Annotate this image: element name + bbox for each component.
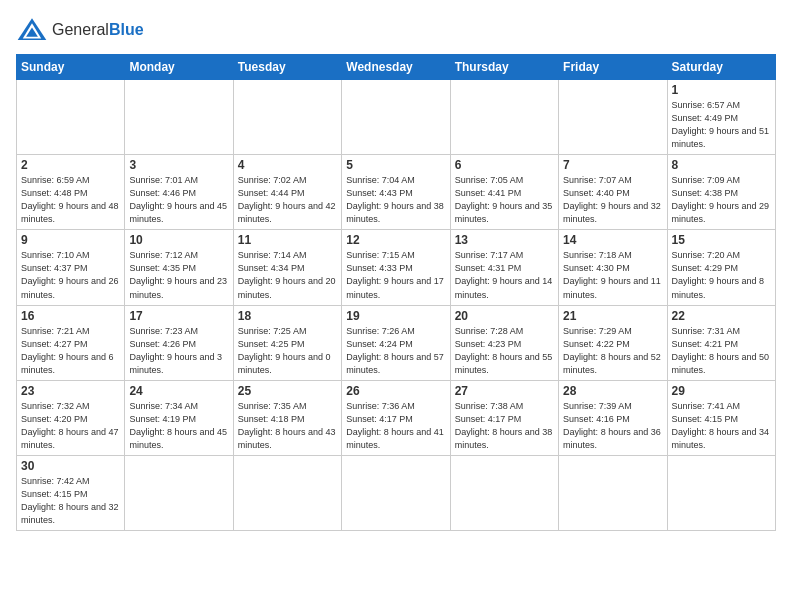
weekday-header-wednesday: Wednesday xyxy=(342,55,450,80)
day-cell: 8Sunrise: 7:09 AM Sunset: 4:38 PM Daylig… xyxy=(667,155,775,230)
day-cell: 22Sunrise: 7:31 AM Sunset: 4:21 PM Dayli… xyxy=(667,305,775,380)
day-info: Sunrise: 7:18 AM Sunset: 4:30 PM Dayligh… xyxy=(563,249,662,301)
day-cell: 9Sunrise: 7:10 AM Sunset: 4:37 PM Daylig… xyxy=(17,230,125,305)
day-number: 13 xyxy=(455,233,554,247)
day-number: 1 xyxy=(672,83,771,97)
day-number: 24 xyxy=(129,384,228,398)
day-cell: 20Sunrise: 7:28 AM Sunset: 4:23 PM Dayli… xyxy=(450,305,558,380)
day-cell xyxy=(125,80,233,155)
day-info: Sunrise: 7:15 AM Sunset: 4:33 PM Dayligh… xyxy=(346,249,445,301)
day-number: 21 xyxy=(563,309,662,323)
day-cell: 14Sunrise: 7:18 AM Sunset: 4:30 PM Dayli… xyxy=(559,230,667,305)
day-cell xyxy=(559,80,667,155)
week-row-1: 1Sunrise: 6:57 AM Sunset: 4:49 PM Daylig… xyxy=(17,80,776,155)
weekday-header-saturday: Saturday xyxy=(667,55,775,80)
weekday-header-tuesday: Tuesday xyxy=(233,55,341,80)
day-info: Sunrise: 7:39 AM Sunset: 4:16 PM Dayligh… xyxy=(563,400,662,452)
page: GeneralBlue SundayMondayTuesdayWednesday… xyxy=(0,0,792,612)
day-info: Sunrise: 7:35 AM Sunset: 4:18 PM Dayligh… xyxy=(238,400,337,452)
weekday-header-sunday: Sunday xyxy=(17,55,125,80)
day-info: Sunrise: 7:32 AM Sunset: 4:20 PM Dayligh… xyxy=(21,400,120,452)
day-cell: 7Sunrise: 7:07 AM Sunset: 4:40 PM Daylig… xyxy=(559,155,667,230)
day-info: Sunrise: 7:26 AM Sunset: 4:24 PM Dayligh… xyxy=(346,325,445,377)
day-cell: 27Sunrise: 7:38 AM Sunset: 4:17 PM Dayli… xyxy=(450,380,558,455)
day-info: Sunrise: 7:02 AM Sunset: 4:44 PM Dayligh… xyxy=(238,174,337,226)
day-number: 5 xyxy=(346,158,445,172)
day-info: Sunrise: 7:34 AM Sunset: 4:19 PM Dayligh… xyxy=(129,400,228,452)
day-number: 9 xyxy=(21,233,120,247)
day-info: Sunrise: 6:57 AM Sunset: 4:49 PM Dayligh… xyxy=(672,99,771,151)
day-info: Sunrise: 7:42 AM Sunset: 4:15 PM Dayligh… xyxy=(21,475,120,527)
day-number: 6 xyxy=(455,158,554,172)
day-number: 28 xyxy=(563,384,662,398)
day-cell xyxy=(450,455,558,530)
day-cell: 5Sunrise: 7:04 AM Sunset: 4:43 PM Daylig… xyxy=(342,155,450,230)
day-info: Sunrise: 7:09 AM Sunset: 4:38 PM Dayligh… xyxy=(672,174,771,226)
day-cell xyxy=(450,80,558,155)
day-number: 2 xyxy=(21,158,120,172)
day-info: Sunrise: 7:20 AM Sunset: 4:29 PM Dayligh… xyxy=(672,249,771,301)
day-cell: 6Sunrise: 7:05 AM Sunset: 4:41 PM Daylig… xyxy=(450,155,558,230)
day-number: 23 xyxy=(21,384,120,398)
weekday-header-monday: Monday xyxy=(125,55,233,80)
day-number: 7 xyxy=(563,158,662,172)
day-cell: 12Sunrise: 7:15 AM Sunset: 4:33 PM Dayli… xyxy=(342,230,450,305)
week-row-5: 23Sunrise: 7:32 AM Sunset: 4:20 PM Dayli… xyxy=(17,380,776,455)
day-number: 30 xyxy=(21,459,120,473)
day-info: Sunrise: 7:23 AM Sunset: 4:26 PM Dayligh… xyxy=(129,325,228,377)
logo-icon xyxy=(16,16,48,44)
day-cell: 18Sunrise: 7:25 AM Sunset: 4:25 PM Dayli… xyxy=(233,305,341,380)
weekday-header-row: SundayMondayTuesdayWednesdayThursdayFrid… xyxy=(17,55,776,80)
weekday-header-thursday: Thursday xyxy=(450,55,558,80)
day-cell xyxy=(342,455,450,530)
week-row-2: 2Sunrise: 6:59 AM Sunset: 4:48 PM Daylig… xyxy=(17,155,776,230)
day-cell: 16Sunrise: 7:21 AM Sunset: 4:27 PM Dayli… xyxy=(17,305,125,380)
day-number: 29 xyxy=(672,384,771,398)
day-number: 12 xyxy=(346,233,445,247)
day-number: 20 xyxy=(455,309,554,323)
day-info: Sunrise: 7:31 AM Sunset: 4:21 PM Dayligh… xyxy=(672,325,771,377)
day-number: 27 xyxy=(455,384,554,398)
day-info: Sunrise: 7:36 AM Sunset: 4:17 PM Dayligh… xyxy=(346,400,445,452)
day-info: Sunrise: 7:12 AM Sunset: 4:35 PM Dayligh… xyxy=(129,249,228,301)
day-info: Sunrise: 7:17 AM Sunset: 4:31 PM Dayligh… xyxy=(455,249,554,301)
day-number: 4 xyxy=(238,158,337,172)
day-cell: 10Sunrise: 7:12 AM Sunset: 4:35 PM Dayli… xyxy=(125,230,233,305)
day-cell: 19Sunrise: 7:26 AM Sunset: 4:24 PM Dayli… xyxy=(342,305,450,380)
day-number: 11 xyxy=(238,233,337,247)
day-cell: 15Sunrise: 7:20 AM Sunset: 4:29 PM Dayli… xyxy=(667,230,775,305)
week-row-3: 9Sunrise: 7:10 AM Sunset: 4:37 PM Daylig… xyxy=(17,230,776,305)
day-info: Sunrise: 7:04 AM Sunset: 4:43 PM Dayligh… xyxy=(346,174,445,226)
day-info: Sunrise: 7:10 AM Sunset: 4:37 PM Dayligh… xyxy=(21,249,120,301)
day-number: 18 xyxy=(238,309,337,323)
day-info: Sunrise: 7:01 AM Sunset: 4:46 PM Dayligh… xyxy=(129,174,228,226)
day-cell: 30Sunrise: 7:42 AM Sunset: 4:15 PM Dayli… xyxy=(17,455,125,530)
week-row-4: 16Sunrise: 7:21 AM Sunset: 4:27 PM Dayli… xyxy=(17,305,776,380)
day-cell: 21Sunrise: 7:29 AM Sunset: 4:22 PM Dayli… xyxy=(559,305,667,380)
week-row-6: 30Sunrise: 7:42 AM Sunset: 4:15 PM Dayli… xyxy=(17,455,776,530)
day-cell xyxy=(667,455,775,530)
header: GeneralBlue xyxy=(16,16,776,44)
day-number: 15 xyxy=(672,233,771,247)
day-cell xyxy=(17,80,125,155)
day-cell: 28Sunrise: 7:39 AM Sunset: 4:16 PM Dayli… xyxy=(559,380,667,455)
weekday-header-friday: Friday xyxy=(559,55,667,80)
day-info: Sunrise: 7:38 AM Sunset: 4:17 PM Dayligh… xyxy=(455,400,554,452)
day-info: Sunrise: 6:59 AM Sunset: 4:48 PM Dayligh… xyxy=(21,174,120,226)
day-cell: 26Sunrise: 7:36 AM Sunset: 4:17 PM Dayli… xyxy=(342,380,450,455)
day-number: 17 xyxy=(129,309,228,323)
day-cell xyxy=(559,455,667,530)
day-number: 22 xyxy=(672,309,771,323)
day-cell: 23Sunrise: 7:32 AM Sunset: 4:20 PM Dayli… xyxy=(17,380,125,455)
day-cell: 4Sunrise: 7:02 AM Sunset: 4:44 PM Daylig… xyxy=(233,155,341,230)
day-number: 10 xyxy=(129,233,228,247)
day-cell xyxy=(342,80,450,155)
day-cell xyxy=(233,80,341,155)
logo-text: GeneralBlue xyxy=(52,21,144,39)
day-info: Sunrise: 7:29 AM Sunset: 4:22 PM Dayligh… xyxy=(563,325,662,377)
day-info: Sunrise: 7:25 AM Sunset: 4:25 PM Dayligh… xyxy=(238,325,337,377)
day-cell: 2Sunrise: 6:59 AM Sunset: 4:48 PM Daylig… xyxy=(17,155,125,230)
day-number: 26 xyxy=(346,384,445,398)
day-cell: 1Sunrise: 6:57 AM Sunset: 4:49 PM Daylig… xyxy=(667,80,775,155)
day-number: 8 xyxy=(672,158,771,172)
